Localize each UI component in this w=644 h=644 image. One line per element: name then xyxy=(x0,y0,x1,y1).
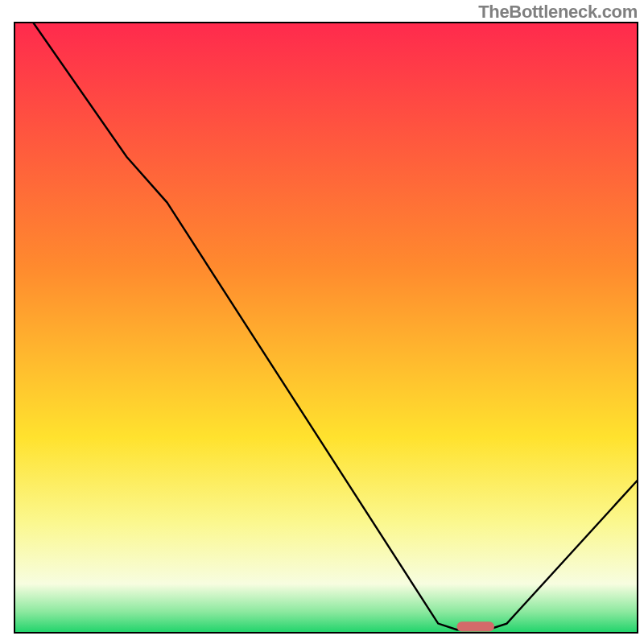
bottleneck-chart xyxy=(0,0,644,644)
chart-container: TheBottleneck.com xyxy=(0,0,644,644)
optimal-marker xyxy=(457,621,494,631)
plot-background xyxy=(14,23,638,633)
